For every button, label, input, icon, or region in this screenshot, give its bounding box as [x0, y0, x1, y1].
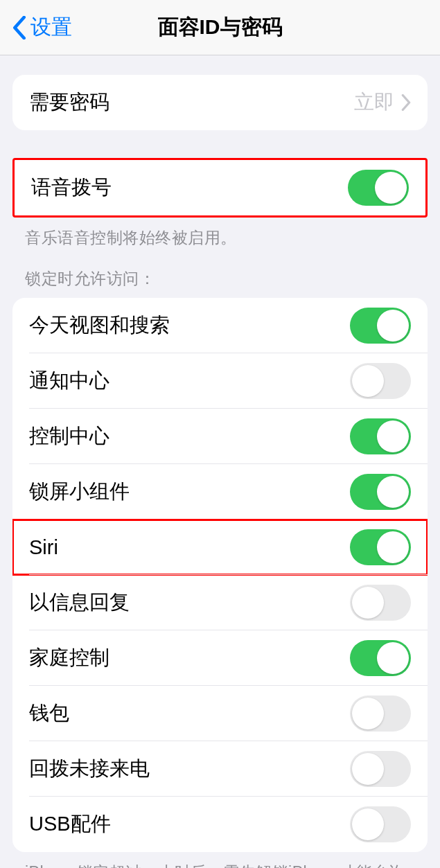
lock-access-row: USB配件 — [12, 797, 428, 852]
lock-access-item-label: 锁屏小组件 — [29, 478, 350, 506]
require-passcode-value: 立即 — [354, 89, 394, 116]
lock-access-switch[interactable] — [350, 806, 411, 842]
require-passcode-label: 需要密码 — [29, 89, 354, 116]
lock-access-row: 家庭控制 — [12, 630, 428, 686]
lock-access-row: 今天视图和搜索 — [12, 298, 428, 353]
switch-knob — [377, 642, 409, 674]
passcode-group: 需要密码 立即 — [12, 75, 428, 130]
voice-dial-switch[interactable] — [348, 170, 409, 206]
lock-access-footer: iPhone锁定超过一小时后，需先解锁iPhone才能允许USB配件连接。 — [25, 862, 415, 868]
switch-knob — [352, 753, 384, 785]
lock-access-item-label: Siri — [29, 536, 350, 559]
chevron-right-icon — [401, 94, 411, 111]
require-passcode-row[interactable]: 需要密码 立即 — [12, 75, 428, 130]
switch-knob — [377, 420, 409, 452]
voice-dial-label: 语音拨号 — [31, 174, 348, 202]
switch-knob — [377, 310, 409, 342]
lock-access-row: 锁屏小组件 — [12, 464, 428, 520]
switch-knob — [375, 172, 407, 204]
lock-access-item-label: 控制中心 — [29, 423, 350, 450]
lock-access-header: 锁定时允许访问： — [25, 268, 415, 290]
lock-access-item-label: 今天视图和搜索 — [29, 312, 350, 339]
navbar: 设置 面容ID与密码 — [0, 0, 440, 55]
back-label: 设置 — [30, 13, 72, 42]
lock-access-item-label: 通知中心 — [29, 367, 350, 395]
lock-access-row: 控制中心 — [12, 409, 428, 464]
back-button[interactable]: 设置 — [0, 13, 72, 42]
content: 需要密码 立即 语音拨号 音乐语音控制将始终被启用。 锁定时允许访问： 今天视图… — [0, 75, 440, 868]
lock-access-switch[interactable] — [350, 363, 411, 399]
switch-knob — [352, 365, 384, 397]
lock-access-item-label: 回拨未接来电 — [29, 755, 350, 783]
lock-access-item-label: 以信息回复 — [29, 589, 350, 617]
lock-access-group: 今天视图和搜索通知中心控制中心锁屏小组件Siri以信息回复家庭控制钱包回拨未接来… — [12, 298, 428, 852]
lock-access-row: 钱包 — [12, 686, 428, 741]
lock-access-row: 回拨未接来电 — [12, 741, 428, 797]
lock-access-switch[interactable] — [350, 308, 411, 344]
lock-access-switch[interactable] — [350, 751, 411, 787]
lock-access-switch[interactable] — [350, 640, 411, 676]
switch-knob — [377, 476, 409, 508]
voice-dial-row: 语音拨号 — [15, 160, 425, 215]
voice-dial-footer: 音乐语音控制将始终被启用。 — [25, 227, 415, 249]
lock-access-switch[interactable] — [350, 418, 411, 454]
switch-knob — [352, 587, 384, 619]
lock-access-switch[interactable] — [350, 585, 411, 621]
lock-access-switch[interactable] — [350, 696, 411, 732]
switch-knob — [377, 531, 409, 563]
lock-access-switch[interactable] — [350, 474, 411, 510]
switch-knob — [352, 698, 384, 729]
lock-access-item-label: 钱包 — [29, 700, 350, 727]
switch-knob — [352, 808, 384, 840]
lock-access-row: 以信息回复 — [12, 575, 428, 630]
lock-access-row: Siri — [12, 520, 428, 575]
lock-access-item-label: 家庭控制 — [29, 644, 350, 672]
lock-access-row: 通知中心 — [12, 353, 428, 409]
lock-access-switch[interactable] — [350, 529, 411, 565]
lock-access-item-label: USB配件 — [29, 811, 350, 838]
voice-dial-group: 语音拨号 — [12, 158, 428, 218]
chevron-left-icon — [12, 16, 26, 39]
